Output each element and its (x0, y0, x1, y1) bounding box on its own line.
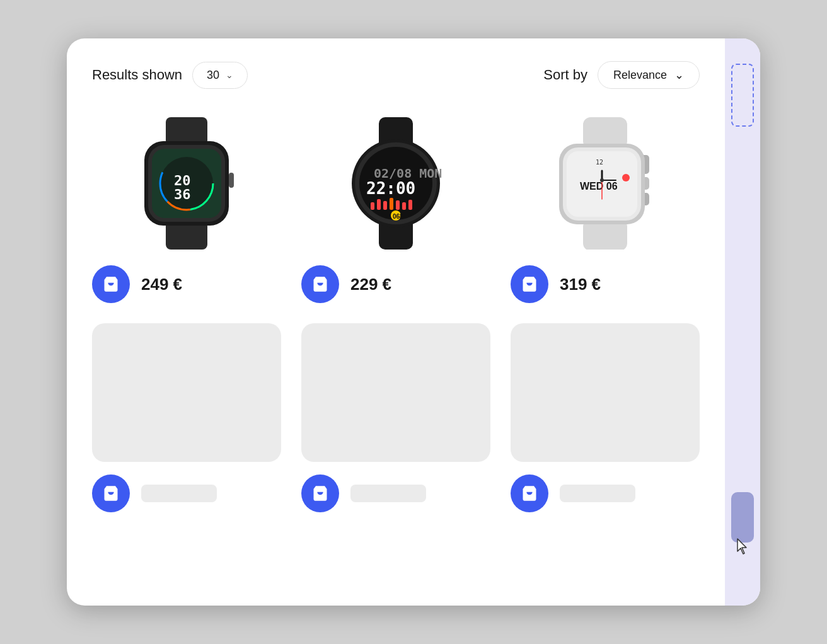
product-card-5 (301, 323, 490, 512)
product-price-3: 319 € (560, 275, 601, 294)
product-card-4 (92, 323, 281, 512)
svg-text:068: 068 (393, 213, 403, 220)
add-to-cart-button-4[interactable] (92, 474, 130, 512)
product-card-1: 20 36 249 € (92, 114, 281, 303)
svg-point-41 (600, 178, 604, 182)
add-to-cart-button-3[interactable] (511, 265, 548, 303)
product-image-3: 12 WED 06 (511, 114, 700, 253)
svg-rect-19 (371, 202, 374, 210)
svg-text:12: 12 (596, 159, 603, 166)
svg-rect-20 (377, 199, 381, 210)
svg-text:WED 06: WED 06 (580, 181, 618, 192)
product-image-placeholder-5 (301, 323, 490, 462)
add-to-cart-button-6[interactable] (511, 474, 548, 512)
price-placeholder-5 (350, 485, 426, 502)
svg-text:22:00: 22:00 (366, 179, 415, 198)
svg-rect-24 (402, 202, 406, 210)
product-image-placeholder-4 (92, 323, 281, 462)
svg-point-42 (622, 174, 630, 181)
toolbar: Results shown 30 ⌄ Sort by Relevance ⌄ (92, 61, 700, 89)
product-footer-4 (92, 474, 281, 512)
results-label: Results shown (92, 67, 182, 83)
svg-text:36: 36 (174, 187, 191, 202)
add-to-cart-button-2[interactable] (301, 265, 339, 303)
product-footer-6 (511, 474, 700, 512)
product-card-3: 12 WED 06 (511, 114, 700, 303)
price-placeholder-4 (141, 485, 217, 502)
product-image-placeholder-6 (511, 323, 700, 462)
content-area: Results shown 30 ⌄ Sort by Relevance ⌄ (67, 38, 725, 606)
product-image-2: 02/08 MON 22:00 068 (301, 114, 490, 253)
results-count-value: 30 (207, 69, 219, 82)
scrollbar-thumb-top[interactable] (731, 64, 754, 127)
product-grid: 20 36 249 € (92, 114, 700, 512)
sort-by-dropdown[interactable]: Relevance ⌄ (598, 61, 700, 89)
main-container: Results shown 30 ⌄ Sort by Relevance ⌄ (67, 38, 760, 606)
svg-rect-25 (408, 200, 412, 210)
price-placeholder-6 (560, 485, 635, 502)
product-card-2: 02/08 MON 22:00 068 (301, 114, 490, 303)
svg-rect-11 (229, 173, 234, 188)
product-image-1: 20 36 (92, 114, 281, 253)
product-footer-3: 319 € (511, 265, 700, 303)
add-to-cart-button-5[interactable] (301, 474, 339, 512)
scrollbar-track[interactable] (725, 38, 760, 606)
product-card-6 (511, 323, 700, 512)
svg-rect-22 (390, 198, 393, 210)
product-footer-1: 249 € (92, 265, 281, 303)
product-footer-2: 229 € (301, 265, 490, 303)
results-count-dropdown[interactable]: 30 ⌄ (192, 62, 248, 89)
product-price-2: 229 € (350, 275, 391, 294)
sort-by-value: Relevance (613, 69, 667, 82)
product-price-1: 249 € (141, 275, 182, 294)
sort-by-label: Sort by (543, 67, 587, 83)
chevron-down-icon-sort: ⌄ (674, 68, 684, 82)
add-to-cart-button-1[interactable] (92, 265, 130, 303)
svg-rect-21 (383, 201, 387, 210)
chevron-down-icon: ⌄ (226, 70, 233, 80)
product-footer-5 (301, 474, 490, 512)
svg-rect-23 (396, 200, 400, 210)
scrollbar-thumb-bottom[interactable] (731, 492, 754, 543)
